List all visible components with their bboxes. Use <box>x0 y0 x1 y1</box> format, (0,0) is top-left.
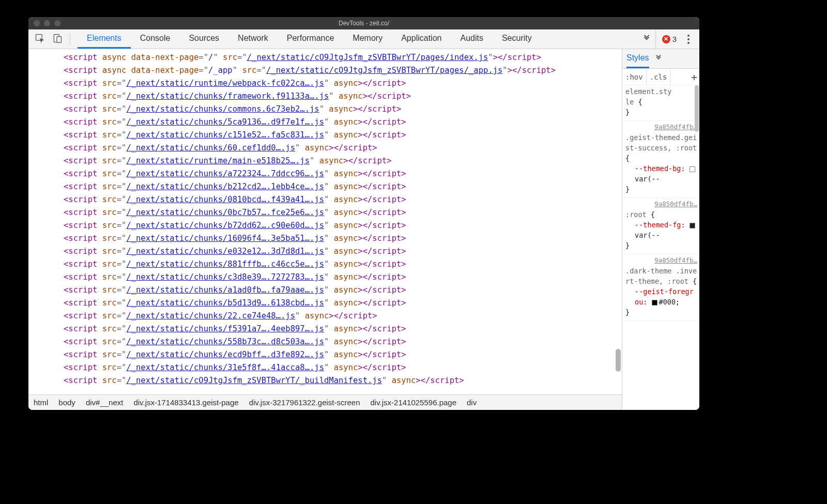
panel-tabs: ElementsConsoleSourcesNetworkPerformance… <box>78 29 638 49</box>
elements-panel: <script async data-next-page="/" src="/_… <box>28 49 622 410</box>
style-rule[interactable]: 9a850df4fb…:root {--themed-fg: var(--} <box>622 198 699 254</box>
tab-audits[interactable]: Audits <box>451 29 492 49</box>
dom-node-script[interactable]: <script src="/_next/static/cO9JtgJsfm_zS… <box>38 374 622 387</box>
tab-sources[interactable]: Sources <box>179 29 228 49</box>
devtools-window: DevTools - zeit.co/ ElementsConsoleSourc… <box>28 17 699 410</box>
error-count: 3 <box>672 35 677 43</box>
dom-node-script[interactable]: <script src="/_next/static/chunks/b72dd6… <box>38 219 622 232</box>
breadcrumb-item[interactable]: div#__next <box>86 398 124 407</box>
dom-node-script[interactable]: <script src="/_next/static/chunks/b212cd… <box>38 180 622 193</box>
dom-node-script[interactable]: <script src="/_next/static/runtime/webpa… <box>38 77 622 90</box>
devtools-menu-icon[interactable] <box>684 35 693 44</box>
dom-node-script[interactable]: <script src="/_next/static/chunks/e032e1… <box>38 245 622 258</box>
dom-node-script[interactable]: <script src="/_next/static/chunks/c151e5… <box>38 129 622 142</box>
titlebar: DevTools - zeit.co/ <box>28 17 699 29</box>
tab-elements[interactable]: Elements <box>78 29 131 49</box>
style-rule[interactable]: 9a850df4fb….geist-themed.geist-success, … <box>622 121 699 198</box>
breadcrumb: htmlbodydiv#__nextdiv.jsx-1714833413.gei… <box>28 394 622 410</box>
breadcrumb-item[interactable]: body <box>58 398 75 407</box>
dom-node-script[interactable]: <script src="/_next/static/chunks/a72232… <box>38 167 622 180</box>
close-window-button[interactable] <box>34 20 40 26</box>
dom-node-script[interactable]: <script src="/_next/static/chunks/16096f… <box>38 232 622 245</box>
breadcrumb-item[interactable]: div.jsx-2141025596.page <box>371 398 457 407</box>
new-style-rule-button[interactable]: + <box>689 69 699 85</box>
minimize-window-button[interactable] <box>44 20 50 26</box>
dom-node-script[interactable]: <script src="/_next/static/chunks/common… <box>38 103 622 116</box>
style-rule[interactable]: 9a850df4fb….dark-theme .invert-theme, :r… <box>622 254 699 321</box>
hover-toggle[interactable]: :hov <box>622 69 647 85</box>
styles-more-chevron-icon[interactable] <box>654 54 663 64</box>
styles-scrollbar[interactable] <box>694 85 699 410</box>
dom-node-script[interactable]: <script src="/_next/static/chunks/5ca913… <box>38 116 622 129</box>
styles-rules[interactable]: element.style {}9a850df4fb….geist-themed… <box>622 85 699 410</box>
dom-node-script[interactable]: <script src="/_next/static/chunks/ecd9bf… <box>38 348 622 361</box>
styles-tabs: Styles <box>622 49 699 69</box>
dom-node-script[interactable]: <script src="/_next/static/chunks/c3d8e3… <box>38 271 622 284</box>
elements-scrollbar[interactable] <box>615 49 622 394</box>
dom-node-script[interactable]: <script src="/_next/static/chunks/558b73… <box>38 335 622 348</box>
dom-node-script[interactable]: <script src="/_next/static/chunks/framew… <box>38 90 622 103</box>
stylesheet-link[interactable]: 9a850df4fb… <box>654 255 697 266</box>
dom-node-script[interactable]: <script src="/_next/static/chunks/22.ce7… <box>38 310 622 323</box>
svg-rect-2 <box>57 36 61 42</box>
dom-node-script[interactable]: <script src="/_next/static/chunks/a1ad0f… <box>38 284 622 297</box>
breadcrumb-item[interactable]: div <box>467 398 477 407</box>
dom-node-script[interactable]: <script src="/_next/static/chunks/31e5f8… <box>38 361 622 374</box>
device-toolbar-icon[interactable] <box>52 33 63 45</box>
dom-node-script[interactable]: <script async data-next-page="/" src="/_… <box>38 51 622 64</box>
styles-filter-bar: :hov .cls + <box>622 69 699 85</box>
dom-node-script[interactable]: <script src="/_next/static/chunks/60.cef… <box>38 142 622 155</box>
inspect-element-icon[interactable] <box>35 33 45 45</box>
tab-console[interactable]: Console <box>131 29 180 49</box>
dom-node-script[interactable]: <script async data-next-page="/_app" src… <box>38 64 622 77</box>
tab-application[interactable]: Application <box>392 29 451 49</box>
tab-styles[interactable]: Styles <box>626 49 649 68</box>
dom-node-script[interactable]: <script src="/_next/static/chunks/f5391a… <box>38 323 622 335</box>
styles-panel: Styles :hov .cls + element.style {}9a850… <box>622 49 699 410</box>
breadcrumb-item[interactable]: div.jsx-1714833413.geist-page <box>133 398 238 407</box>
more-tabs-chevron-icon[interactable] <box>642 34 651 45</box>
breadcrumb-item[interactable]: div.jsx-3217961322.geist-screen <box>249 398 360 407</box>
dom-node-script[interactable]: <script src="/_next/static/runtime/main-… <box>38 155 622 167</box>
error-icon: ✕ <box>662 35 670 43</box>
window-controls[interactable] <box>34 20 60 26</box>
tab-memory[interactable]: Memory <box>343 29 392 49</box>
style-rule[interactable]: element.style {} <box>622 85 699 121</box>
dom-tree[interactable]: <script async data-next-page="/" src="/_… <box>28 49 622 394</box>
window-title: DevTools - zeit.co/ <box>28 20 699 27</box>
tab-performance[interactable]: Performance <box>278 29 344 49</box>
dom-node-script[interactable]: <script src="/_next/static/chunks/881fff… <box>38 258 622 271</box>
breadcrumb-item[interactable]: html <box>34 398 48 407</box>
stylesheet-link[interactable]: 9a850df4fb… <box>654 122 697 132</box>
cls-toggle[interactable]: .cls <box>647 69 671 85</box>
dom-node-script[interactable]: <script src="/_next/static/chunks/0810bc… <box>38 193 622 206</box>
stylesheet-link[interactable]: 9a850df4fb… <box>654 199 697 209</box>
tab-security[interactable]: Security <box>493 29 541 49</box>
dom-node-script[interactable]: <script src="/_next/static/chunks/b5d13d… <box>38 297 622 310</box>
zoom-window-button[interactable] <box>54 20 60 26</box>
dom-node-script[interactable]: <script src="/_next/static/chunks/0bc7b5… <box>38 206 622 219</box>
error-count-badge[interactable]: ✕ 3 <box>662 35 677 43</box>
main-toolbar: ElementsConsoleSourcesNetworkPerformance… <box>28 29 699 49</box>
tab-network[interactable]: Network <box>228 29 278 49</box>
